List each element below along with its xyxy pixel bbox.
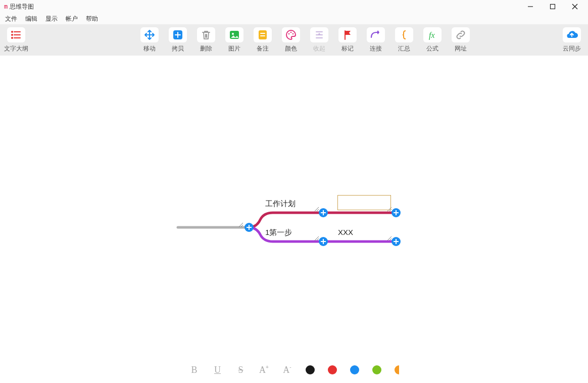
branch-child-1[interactable]: XXX <box>338 228 353 236</box>
connect-button[interactable]: 连接 <box>365 27 387 53</box>
svg-line-28 <box>315 207 319 211</box>
svg-point-19 <box>290 31 292 33</box>
move-label: 移动 <box>143 44 156 53</box>
mark-label: 标记 <box>341 44 354 53</box>
resize-handle-icon[interactable] <box>314 206 319 211</box>
menu-view[interactable]: 显示 <box>42 14 63 24</box>
formula-button[interactable]: fx 公式 <box>421 27 444 53</box>
collapse-label: 收起 <box>313 44 325 53</box>
connect-label: 连接 <box>370 44 382 53</box>
maximize-button[interactable] <box>542 0 564 13</box>
color-swatch-green[interactable] <box>372 365 381 374</box>
menu-bar: 文件 编辑 显示 帐户 帮助 <box>0 13 588 24</box>
menu-account[interactable]: 帐户 <box>63 14 83 24</box>
url-button[interactable]: 网址 <box>450 27 472 53</box>
menu-edit[interactable]: 编辑 <box>22 14 42 24</box>
color-label: 颜色 <box>285 44 297 53</box>
svg-line-34 <box>387 236 391 241</box>
delete-label: 删除 <box>200 44 212 53</box>
app-icon: m <box>2 3 10 10</box>
mark-button[interactable]: 标记 <box>336 27 359 53</box>
svg-point-20 <box>292 33 294 34</box>
selected-node[interactable] <box>337 195 391 210</box>
palette-icon <box>282 27 300 42</box>
svg-rect-15 <box>259 30 267 39</box>
copy-button[interactable]: 拷贝 <box>167 27 189 53</box>
image-icon <box>225 27 243 42</box>
color-button[interactable]: 颜色 <box>280 27 302 53</box>
branch-label-1[interactable]: 1第一步 <box>265 228 292 237</box>
svg-point-6 <box>12 34 13 35</box>
menu-help[interactable]: 帮助 <box>83 14 103 24</box>
toolbar: 文字大纲 移动 拷贝 <box>0 24 588 56</box>
color-swatch-black[interactable] <box>306 365 315 374</box>
svg-rect-1 <box>551 5 555 9</box>
move-button[interactable]: 移动 <box>138 27 161 53</box>
delete-button[interactable]: 删除 <box>195 27 217 53</box>
svg-point-4 <box>12 31 13 32</box>
menu-file[interactable]: 文件 <box>2 14 22 24</box>
outline-icon <box>7 27 25 42</box>
copy-icon <box>169 27 187 42</box>
outline-label: 文字大纲 <box>4 44 28 53</box>
decrease-font-button[interactable]: A- <box>282 365 292 375</box>
cloud-sync-button[interactable]: 云同步 <box>561 27 583 53</box>
svg-point-14 <box>232 33 234 35</box>
add-node-handle[interactable] <box>319 237 328 246</box>
color-swatch-orange[interactable] <box>395 365 399 374</box>
add-node-handle[interactable] <box>319 208 328 217</box>
underline-button[interactable]: U <box>213 365 223 375</box>
note-icon <box>254 27 272 42</box>
strike-button[interactable]: S <box>236 365 246 375</box>
branch-label-0[interactable]: 工作计划 <box>265 199 296 209</box>
image-button[interactable]: 图片 <box>223 27 246 53</box>
mindmap-canvas[interactable]: 工作计划 1第一步 XXX <box>0 56 588 357</box>
bold-button[interactable]: B <box>189 365 200 375</box>
color-swatch-red[interactable] <box>328 365 337 374</box>
svg-line-27 <box>241 225 243 227</box>
connect-icon <box>367 27 385 42</box>
resize-handle-icon[interactable] <box>314 235 319 241</box>
image-label: 图片 <box>228 44 240 53</box>
title-bar: m 思维导图 <box>0 0 588 13</box>
move-icon <box>140 27 159 42</box>
copy-label: 拷贝 <box>172 44 184 53</box>
collapse-icon <box>310 27 328 42</box>
link-icon <box>452 27 470 42</box>
close-button[interactable] <box>564 0 586 13</box>
add-node-handle[interactable] <box>244 223 254 232</box>
increase-font-button[interactable]: A+ <box>259 365 269 375</box>
summary-button[interactable]: 汇总 <box>393 27 415 53</box>
svg-point-18 <box>288 33 290 34</box>
bracket-icon <box>395 27 413 42</box>
format-bar: B U S A+ A- <box>0 357 588 383</box>
note-button[interactable]: 备注 <box>252 27 274 53</box>
url-label: 网址 <box>455 44 467 53</box>
outline-button[interactable]: 文字大纲 <box>5 27 27 53</box>
note-label: 备注 <box>257 44 269 53</box>
cloud-label: 云同步 <box>563 44 581 53</box>
resize-handle-icon[interactable] <box>238 222 243 227</box>
formula-label: 公式 <box>426 44 438 53</box>
collapse-button[interactable]: 收起 <box>308 27 330 53</box>
color-swatch-blue[interactable] <box>350 365 359 374</box>
svg-line-26 <box>239 223 243 227</box>
formula-icon: fx <box>423 27 442 42</box>
svg-point-8 <box>12 37 13 38</box>
add-node-handle[interactable] <box>391 237 401 246</box>
flag-icon <box>338 27 357 42</box>
trash-icon <box>197 27 215 42</box>
resize-handle-icon[interactable] <box>386 235 391 241</box>
minimize-button[interactable] <box>519 0 542 13</box>
svg-line-32 <box>315 236 319 241</box>
window-title: 思维导图 <box>10 3 34 11</box>
summary-label: 汇总 <box>398 44 410 53</box>
add-node-handle[interactable] <box>391 208 401 217</box>
cloud-icon <box>563 27 581 42</box>
svg-text:fx: fx <box>429 31 435 40</box>
